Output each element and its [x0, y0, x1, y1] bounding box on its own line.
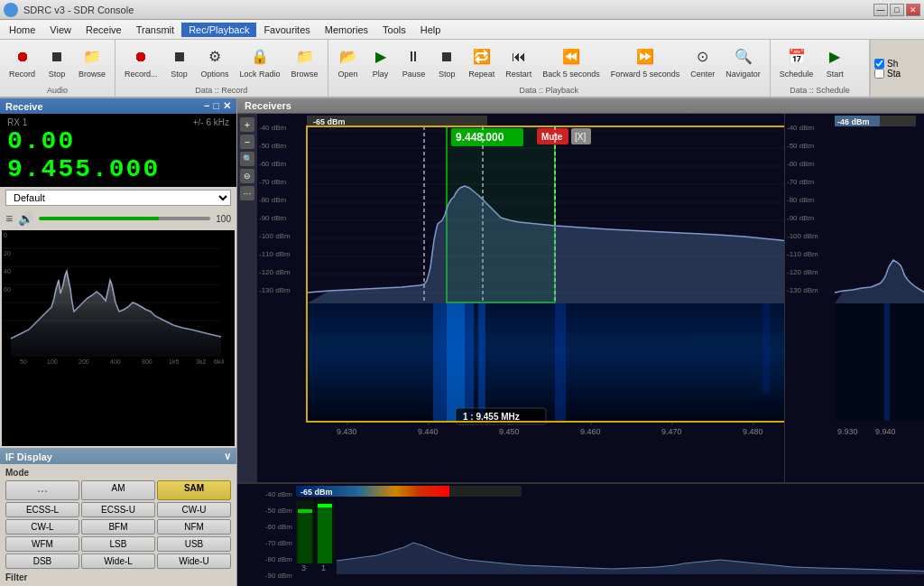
options-button[interactable]: ⚙ Options [196, 43, 235, 81]
close-rx-icon[interactable]: ✕ [223, 100, 231, 112]
fwd5-icon: ⏩ [634, 46, 656, 68]
mode-btn-sam[interactable]: SAM [157, 480, 231, 500]
play-button[interactable]: ▶ Play [365, 43, 397, 81]
svg-rect-58 [555, 303, 566, 421]
receive-header-controls: − □ ✕ [204, 100, 231, 112]
mode-btn-dots[interactable]: ··· [5, 480, 79, 500]
zoom-more-button[interactable]: ··· [240, 186, 254, 200]
menu-receive[interactable]: Receive [79, 23, 129, 37]
menu-favourites[interactable]: Favourites [256, 23, 317, 37]
mode-btn-widel[interactable]: Wide-L [81, 553, 155, 569]
sta-checkbox[interactable] [874, 69, 884, 79]
expand-rx-icon[interactable]: □ [213, 100, 219, 112]
mode-btn-usb[interactable]: USB [157, 536, 231, 552]
sh-checkbox[interactable] [874, 59, 884, 69]
fwd5-button[interactable]: ⏩ Forward 5 seconds [605, 43, 686, 81]
title-bar-controls: — □ ✕ [873, 4, 920, 16]
svg-text:-120 dBm: -120 dBm [259, 268, 291, 276]
menu-transmit[interactable]: Transmit [129, 23, 181, 37]
svg-rect-90 [835, 303, 924, 421]
speaker-icon[interactable]: 🔊 [18, 211, 33, 226]
svg-text:6k4: 6k4 [214, 358, 224, 365]
menu-help[interactable]: Help [413, 23, 448, 37]
mode-btn-wideu[interactable]: Wide-U [157, 553, 231, 569]
zoom-mag-out-button[interactable]: ⊖ [240, 169, 254, 183]
svg-rect-55 [447, 303, 465, 421]
pause-button[interactable]: ⏸ Pause [397, 43, 431, 81]
menu-recplayback[interactable]: Rec/Playback [181, 23, 256, 37]
svg-text:1k5: 1k5 [169, 358, 179, 365]
stop-data-button[interactable]: ⏹ Stop [163, 43, 196, 81]
mode-btn-am[interactable]: AM [81, 480, 155, 500]
equalizer-icon[interactable]: ≡ [5, 211, 13, 226]
minimize-rx-icon[interactable]: − [204, 100, 209, 112]
svg-text:-46 dBm: -46 dBm [837, 117, 870, 126]
minimize-button[interactable]: — [873, 4, 888, 16]
rx-preset-select[interactable]: Default [5, 190, 231, 206]
mode-btn-cwu[interactable]: CW-U [157, 502, 231, 517]
svg-text:3: 3 [301, 563, 306, 572]
mode-btn-dsb[interactable]: DSB [5, 553, 79, 569]
main-area: Receive − □ ✕ RX 1 +/- 6 kHz 0.00 9.455.… [0, 98, 924, 586]
center-button[interactable]: ⊙ Center [685, 43, 720, 81]
record-button[interactable]: ⏺ Record [4, 43, 41, 81]
mode-btn-ecsssl[interactable]: ECSS-L [5, 502, 79, 517]
data-schedule-group: 📅 Schedule ▶ Start Data :: Schedule [771, 40, 870, 97]
restart-icon: ⏮ [508, 46, 530, 68]
svg-text:-90 dBm: -90 dBm [259, 214, 287, 222]
receivers-header: Receivers [237, 98, 924, 114]
svg-text:-50 dBm: -50 dBm [259, 142, 287, 150]
zoom-out-button[interactable]: − [240, 135, 254, 149]
svg-rect-53 [307, 303, 784, 421]
bottom-db-40: -40 dBm [237, 490, 294, 498]
volume-value: 100 [216, 214, 231, 224]
repeat-button[interactable]: 🔁 Repeat [463, 43, 500, 81]
zoom-mag-in-button[interactable]: 🔍 [240, 152, 254, 166]
bottom-db-60: -60 dBm [237, 523, 294, 531]
mode-btn-cwl[interactable]: CW-L [5, 519, 79, 535]
open-button[interactable]: 📂 Open [332, 43, 365, 81]
menu-home[interactable]: Home [2, 23, 42, 37]
svg-text:-40 dBm: -40 dBm [259, 124, 287, 132]
mode-btn-nfm[interactable]: NFM [157, 519, 231, 535]
mode-btn-bfm[interactable]: BFM [81, 519, 155, 535]
bottom-spectrum-container: -65 dBm 3 1 [296, 484, 924, 586]
if-panel-expand[interactable]: ∨ [224, 451, 231, 462]
navigator-button[interactable]: 🔍 Navigator [720, 43, 766, 81]
data-playback-label: Data :: Playback [328, 86, 770, 95]
svg-text:800: 800 [142, 358, 152, 365]
open-icon: 📂 [337, 46, 359, 68]
menu-view[interactable]: View [42, 23, 79, 37]
svg-text:-110 dBm: -110 dBm [787, 250, 818, 258]
maximize-button[interactable]: □ [890, 4, 904, 16]
back5-button[interactable]: ⏪ Back 5 seconds [537, 43, 605, 81]
stop-play-button[interactable]: ⏹ Stop [430, 43, 463, 81]
browse-data-button[interactable]: 📁 Browse [286, 43, 324, 81]
start-button[interactable]: ▶ Start [818, 43, 851, 81]
bottom-db-80: -80 dBm [237, 555, 294, 563]
mode-label: Mode [5, 468, 231, 478]
restart-button[interactable]: ⏮ Restart [500, 43, 537, 81]
rx-offset: +/- 6 kHz [193, 117, 229, 127]
menu-memories[interactable]: Memories [318, 23, 375, 37]
mode-btn-ecsssu[interactable]: ECSS-U [81, 502, 155, 517]
zoom-controls: + − 🔍 ⊖ ··· [237, 114, 257, 482]
svg-text:20: 20 [4, 250, 11, 256]
schedule-button[interactable]: 📅 Schedule [774, 43, 819, 81]
mode-btn-wfm[interactable]: WFM [5, 536, 79, 552]
bottom-db-70: -70 dBm [237, 539, 294, 547]
svg-rect-54 [433, 303, 447, 421]
back5-icon: ⏪ [560, 46, 582, 68]
record-data-button[interactable]: ⏺ Record... [119, 43, 163, 81]
stop-audio-button[interactable]: ⏹ Stop [41, 43, 73, 81]
browse-audio-button[interactable]: 📁 Browse [73, 43, 111, 81]
mode-btn-lsb[interactable]: LSB [81, 536, 155, 552]
lock-radio-button[interactable]: 🔒 Lock Radio [235, 43, 286, 81]
zoom-in-button[interactable]: + [240, 117, 254, 132]
rx-frequency[interactable]: 0.00 9.455.000 [7, 127, 229, 183]
menu-tools[interactable]: Tools [375, 23, 413, 37]
svg-text:9.430: 9.430 [337, 427, 357, 436]
close-button[interactable]: ✕ [906, 4, 920, 16]
bottom-db-90: -90 dBm [237, 572, 294, 580]
volume-slider[interactable] [39, 217, 210, 220]
